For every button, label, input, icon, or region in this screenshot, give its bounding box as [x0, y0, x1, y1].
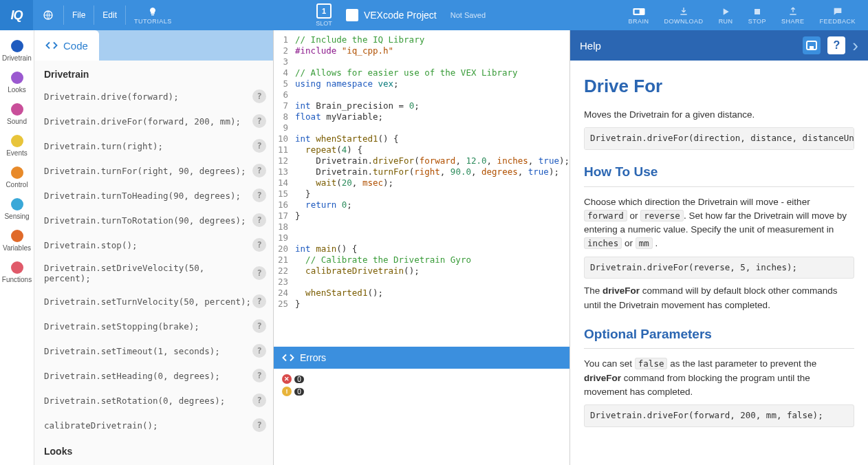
snippet-code: Drivetrain.turnToHeading(90, degrees); [44, 191, 241, 201]
snippet-help-icon[interactable]: ? [252, 188, 266, 202]
category-dot [11, 166, 23, 179]
snippet-help-icon[interactable]: ? [252, 139, 266, 153]
edit-menu[interactable]: Edit [94, 0, 125, 30]
feedback-button[interactable]: FEEDBACK [812, 0, 862, 30]
warning-icon: ! [282, 387, 292, 396]
snippet-item[interactable]: Drivetrain.turnToRotation(90, degrees);? [34, 208, 273, 232]
snippet-help-icon[interactable]: ? [252, 319, 266, 333]
snippet-code: Drivetrain.driveFor(forward, 200, mm); [44, 116, 241, 127]
snippet-item[interactable]: Drivetrain.stop();? [34, 232, 273, 257]
category-sound[interactable]: Sound [0, 99, 34, 131]
slot-button[interactable]: 1 SLOT [316, 3, 332, 27]
snippet-item[interactable]: Drivetrain.setStopping(brake);? [34, 314, 273, 338]
snippet-item[interactable]: Drivetrain.turn(right);? [34, 133, 273, 158]
howto-paragraph: Choose which direction the Drivetrain wi… [584, 195, 854, 251]
code-tab-bar: Code [34, 30, 273, 61]
share-button[interactable]: SHARE [774, 0, 812, 30]
category-events[interactable]: Events [0, 131, 34, 162]
divider [584, 186, 854, 187]
snippet-help-icon[interactable]: ? [252, 213, 266, 227]
language-menu[interactable] [33, 0, 63, 30]
category-dot [11, 135, 23, 147]
optional-paragraph: You can set false as the last parameter … [584, 357, 854, 399]
snippet-item[interactable]: Drivetrain.setTurnVelocity(50, percent);… [34, 289, 273, 314]
category-label: Control [6, 181, 28, 188]
snippet-help-icon[interactable]: ? [252, 89, 266, 103]
share-label: SHARE [781, 18, 805, 25]
snippet-code: Drivetrain.setStopping(brake); [44, 321, 199, 332]
code-icon [45, 41, 58, 50]
snippet-help-icon[interactable]: ? [252, 164, 266, 177]
tutorials-button[interactable]: TUTORIALS [126, 0, 180, 30]
devices-button[interactable] [803, 36, 821, 54]
help-example-1: Drivetrain.driveFor(reverse, 5, inches); [584, 257, 854, 279]
snippet-help-icon[interactable]: ? [252, 266, 266, 280]
logo: IQ [0, 0, 33, 30]
snippet-help-icon[interactable]: ? [252, 114, 266, 128]
warning-count: 0 [294, 388, 304, 396]
howto-heading: How To Use [584, 162, 854, 184]
code-tab-label: Code [63, 40, 88, 52]
slot-label: SLOT [316, 20, 332, 27]
category-label: Drivetrain [2, 54, 32, 62]
snippet-code: Drivetrain.setHeading(0, degrees); [44, 371, 220, 381]
category-control[interactable]: Control [0, 162, 34, 194]
errors-body: ✕ 0 ! 0 [274, 369, 569, 465]
snippet-item[interactable]: Drivetrain.drive(forward);? [34, 84, 273, 109]
download-button[interactable]: DOWNLOAD [658, 0, 710, 30]
snippet-item[interactable]: Drivetrain.driveFor(forward, 200, mm);? [34, 109, 273, 133]
optional-heading: Optional Parameters [584, 325, 854, 346]
help-header: Help ? › [570, 30, 868, 61]
help-desc: Moves the Drivetrain for a given distanc… [584, 108, 854, 122]
errors-title: Errors [300, 352, 326, 363]
snippet-item[interactable]: Drivetrain.setTimeout(1, seconds);? [34, 338, 273, 363]
errors-bar[interactable]: Errors [274, 347, 569, 369]
category-functions[interactable]: Functions [0, 257, 34, 289]
snippet-item[interactable]: Drivetrain.setHeading(0, degrees);? [34, 363, 273, 388]
snippet-code: Drivetrain.setRotation(0, degrees); [44, 396, 225, 406]
snippet-help-icon[interactable]: ? [252, 369, 266, 382]
slot-icon: 1 [316, 3, 332, 19]
snippet-help-icon[interactable]: ? [252, 344, 266, 358]
svg-rect-1 [151, 14, 154, 15]
snippet-item[interactable]: Drivetrain.setRotation(0, degrees);? [34, 388, 273, 413]
collapse-help-button[interactable]: › [852, 36, 858, 54]
top-toolbar: IQ File Edit TUTORIALS 1 SLOT VEXcode Pr… [0, 0, 868, 30]
file-menu[interactable]: File [64, 0, 94, 30]
brain-button[interactable]: BRAIN [622, 0, 656, 30]
stop-button[interactable]: STOP [741, 0, 773, 30]
snippet-item[interactable]: Drivetrain.turnFor(right, 90, degrees);? [34, 158, 273, 183]
code-tab[interactable]: Code [34, 30, 99, 61]
edit-label: Edit [102, 10, 117, 20]
snippet-item[interactable]: Drivetrain.setDriveVelocity(50, percent)… [34, 257, 273, 289]
snippet-code: Drivetrain.drive(forward); [44, 91, 179, 102]
project-title[interactable]: VEXcode Project [346, 9, 437, 21]
snippet-item[interactable]: Drivetrain.turnToHeading(90, degrees);? [34, 183, 273, 208]
snippet-item[interactable]: calibrateDrivetrain();? [34, 413, 273, 437]
snippet-help-icon[interactable]: ? [252, 418, 266, 432]
category-label: Sound [7, 118, 27, 125]
help-title: Help [580, 40, 601, 52]
snippet-help-icon[interactable]: ? [252, 238, 266, 252]
snippet-help-icon[interactable]: ? [252, 294, 266, 308]
snippet-list[interactable]: DrivetrainDrivetrain.drive(forward);?Dri… [34, 61, 273, 465]
snippet-heading: Drivetrain [34, 61, 273, 84]
category-sensing[interactable]: Sensing [0, 194, 34, 226]
category-variables[interactable]: Variables [0, 226, 34, 257]
run-button[interactable]: RUN [712, 0, 740, 30]
howto-paragraph-2: The driveFor command will by default blo… [584, 284, 854, 312]
code-area[interactable]: // Include the IQ Library#include "iq_cp… [295, 34, 569, 347]
code-editor[interactable]: 1234567891011121314151617181920212223242… [274, 30, 569, 347]
file-label: File [72, 10, 85, 20]
snippet-code: Drivetrain.setTurnVelocity(50, percent); [44, 296, 251, 307]
category-looks[interactable]: Looks [0, 67, 34, 99]
snippet-help-icon[interactable]: ? [252, 393, 266, 407]
category-drivetrain[interactable]: Drivetrain [0, 36, 34, 67]
help-panel: Help ? › Drive For Moves the Drivetrain … [569, 30, 868, 465]
snippet-item[interactable]: Brain.Screen.print("Hello");? [34, 461, 273, 465]
stop-icon [750, 6, 764, 17]
help-button[interactable]: ? [827, 36, 845, 54]
help-content[interactable]: Drive For Moves the Drivetrain for a giv… [570, 61, 868, 465]
share-icon [786, 6, 800, 17]
category-label: Events [6, 149, 28, 157]
